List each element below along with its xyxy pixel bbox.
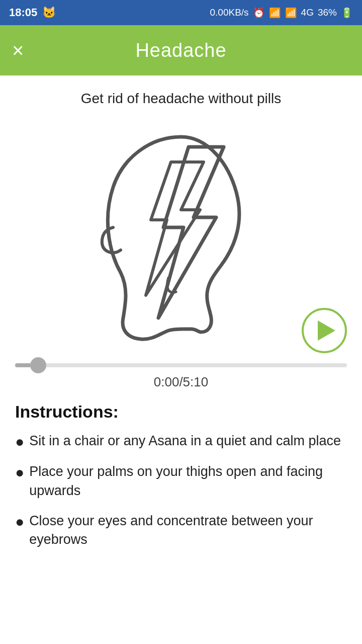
network-speed: 0.00KB/s [210, 7, 249, 18]
battery-icon: 🔋 [341, 7, 353, 19]
status-right: 0.00KB/s ⏰ 📶 📶 4G 36% 🔋 [210, 7, 353, 19]
instruction-item-2: ● Place your palms on your thighs open a… [15, 462, 347, 501]
instruction-text-2: Place your palms on your thighs open and… [29, 462, 347, 501]
status-icon: 🐱 [42, 6, 56, 19]
illustration-wrapper [15, 122, 347, 353]
status-left: 18:05 🐱 [9, 6, 56, 19]
alarm-icon: ⏰ [253, 7, 265, 19]
instruction-text-1: Sit in a chair or any Asana in a quiet a… [29, 432, 341, 451]
time: 18:05 [9, 6, 37, 19]
headache-illustration [75, 122, 287, 353]
time-display: 0:00/5:10 [15, 374, 347, 390]
instruction-text-3: Close your eyes and concentrate between … [29, 512, 347, 550]
page-title: Headache [135, 40, 226, 61]
subtitle: Get rid of headache without pills [15, 91, 347, 107]
play-icon [318, 320, 335, 341]
signal-bars-2: 📶 [285, 7, 297, 19]
progress-section[interactable] [15, 363, 347, 367]
bullet-3: ● [15, 512, 24, 531]
instruction-item-3: ● Close your eyes and concentrate betwee… [15, 512, 347, 550]
status-bar: 18:05 🐱 0.00KB/s ⏰ 📶 📶 4G 36% 🔋 [0, 0, 362, 25]
battery-percent: 36% [318, 7, 337, 18]
main-content: Get rid of headache without pills 0:0 [0, 75, 362, 576]
progress-fill [15, 363, 30, 367]
header: × Headache [0, 25, 362, 75]
play-button[interactable] [302, 308, 347, 353]
progress-track[interactable] [15, 363, 347, 367]
bullet-1: ● [15, 432, 24, 451]
progress-thumb [30, 357, 46, 373]
instruction-item-1: ● Sit in a chair or any Asana in a quiet… [15, 432, 347, 451]
instructions-title: Instructions: [15, 402, 347, 422]
network-type: 4G [301, 7, 314, 18]
bullet-2: ● [15, 462, 24, 482]
close-button[interactable]: × [12, 40, 24, 60]
signal-bars: 📶 [269, 7, 281, 19]
